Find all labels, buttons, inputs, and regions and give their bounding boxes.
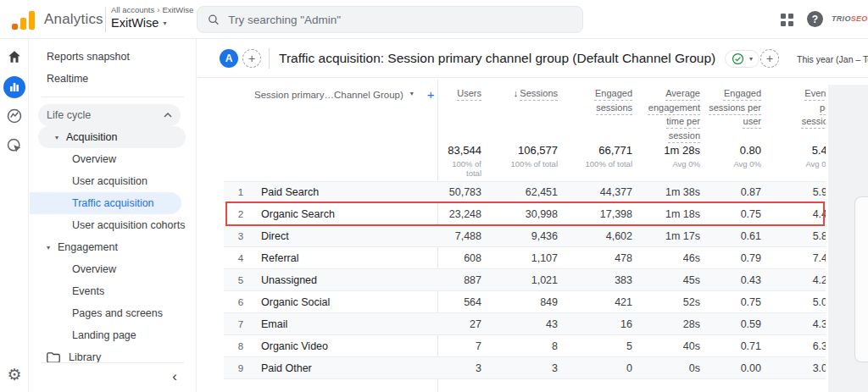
table-row: 3 Direct 7,488 9,436 4,602 1m 17s 0.61 5… — [224, 225, 826, 247]
table-row: 5 Unassigned 887 1,021 383 45s 0.43 4.22 — [224, 269, 826, 291]
trioseo-watermark: TRIOSEO — [832, 14, 868, 23]
check-circle-icon — [732, 52, 744, 65]
sidebar-item-acquisition-overview[interactable]: Overview — [30, 148, 196, 170]
sidebar-item-user-acquisition[interactable]: User acquisition — [30, 170, 196, 192]
audience-chip[interactable]: A — [220, 49, 238, 68]
account-switcher[interactable]: All accounts › ExitWise ExitWise ▾ — [111, 5, 193, 30]
sidebar-item-events[interactable]: Events — [30, 280, 196, 302]
table-totals-row: 83,544100% of total 106,577100% of total… — [224, 142, 826, 181]
column-header-engaged-sessions[interactable]: Engaged sessions — [564, 86, 638, 142]
add-comparison-button[interactable]: + — [242, 49, 261, 68]
total-engaged-sessions-per-user: 0.80 — [706, 144, 761, 157]
analytics-logo-icon[interactable] — [12, 9, 35, 30]
channel-name: Unassigned — [258, 274, 437, 286]
breadcrumb-root: All accounts — [111, 5, 154, 14]
breadcrumb-current: ExitWise — [162, 5, 193, 14]
column-header-avg-engagement-time[interactable]: Average engagement time per session — [638, 86, 706, 142]
explore-icon[interactable] — [0, 108, 29, 124]
row-index: 9 — [224, 363, 258, 373]
traffic-acquisition-table: Session primary…Channel Group) ▾ + Users… — [224, 80, 826, 392]
channel-name: Paid Other — [258, 362, 437, 374]
advertising-icon[interactable] — [0, 137, 29, 154]
channel-name: Email — [258, 318, 437, 330]
chevron-down-icon: ▾ — [749, 55, 753, 63]
column-header-engaged-sessions-per-user[interactable]: Engaged sessions per user — [706, 86, 767, 142]
admin-gear-icon[interactable]: ⚙ — [0, 365, 29, 384]
report-header: A + Traffic acquisition: Session primary… — [198, 39, 868, 78]
total-engaged-sessions: 66,771 — [564, 144, 632, 157]
total-avg-engagement-time: 1m 28s — [638, 144, 700, 157]
row-index: 3 — [224, 231, 258, 241]
sidebar-group-acquisition[interactable]: ▾ Acquisition — [38, 126, 186, 148]
divider — [105, 7, 106, 32]
apps-grid-icon[interactable] — [781, 14, 793, 26]
column-header-users[interactable]: Users — [437, 86, 487, 142]
nav-rail: ⚙ — [0, 39, 29, 392]
table-body: 1 Paid Search 50,783 62,451 44,377 1m 38… — [224, 181, 826, 379]
folder-icon — [47, 352, 60, 363]
divider — [269, 48, 270, 69]
date-range-selector[interactable]: This year (Jan – Tod — [797, 54, 868, 64]
report-content: Session primary…Channel Group) ▾ + Users… — [198, 78, 868, 392]
report-title: Traffic acquisition: Session primary cha… — [279, 51, 715, 66]
search-input[interactable] — [228, 14, 572, 26]
chevron-right-icon: › — [157, 5, 159, 14]
table-row: 4 Referral 608 1,107 478 46s 0.79 7.45 — [224, 247, 826, 269]
row-index: 1 — [224, 187, 258, 197]
table-row: 6 Organic Social 564 849 421 52s 0.75 5.… — [224, 291, 826, 313]
sidebar-item-landing-page[interactable]: Landing page — [30, 324, 196, 346]
row-index: 8 — [224, 341, 258, 351]
dimension-header[interactable]: Session primary…Channel Group) ▾ + — [224, 86, 437, 142]
channel-name: Paid Search — [258, 186, 437, 198]
search-bar[interactable] — [197, 6, 583, 33]
table-row: 1 Paid Search 50,783 62,451 44,377 1m 38… — [224, 181, 826, 203]
sidebar-group-engagement[interactable]: ▾ Engagement — [30, 236, 196, 258]
sort-descending-icon: ↓ — [514, 86, 519, 101]
channel-name: Organic Social — [258, 296, 437, 308]
arrow-down-icon: ▾ — [55, 134, 58, 141]
app-title: Analytics — [44, 11, 103, 28]
total-events-per-session: 5.47 — [767, 144, 826, 157]
table-row: 9 Paid Other 3 3 0 0s 0.00 3.00 — [224, 357, 826, 379]
insights-panel-edge[interactable] — [854, 196, 868, 362]
sidebar-section-life-cycle[interactable]: Life cycle — [38, 104, 181, 126]
chevron-down-icon: ▾ — [410, 90, 414, 97]
app-header: Analytics All accounts › ExitWise ExitWi… — [0, 0, 868, 39]
row-index: 5 — [224, 275, 258, 285]
report-status-chip[interactable]: ▾ — [725, 50, 760, 68]
sidebar-item-library[interactable]: Library — [30, 346, 196, 368]
reports-sidebar: Reports snapshot Realtime Life cycle ▾ A… — [30, 39, 197, 392]
row-index: 4 — [224, 253, 258, 263]
home-icon[interactable] — [0, 49, 29, 64]
channel-name: Direct — [258, 230, 437, 242]
divider — [42, 97, 184, 97]
divider — [42, 362, 184, 363]
sidebar-item-realtime[interactable]: Realtime — [30, 68, 196, 90]
table-header-row: Session primary…Channel Group) ▾ + Users… — [224, 80, 826, 142]
sidebar-item-engagement-overview[interactable]: Overview — [30, 258, 196, 280]
breadcrumb: All accounts › ExitWise — [111, 5, 193, 14]
sidebar-item-traffic-acquisition[interactable]: Traffic acquisition — [30, 192, 181, 214]
total-users: 83,544 — [437, 144, 481, 157]
row-index: 7 — [224, 319, 258, 329]
channel-name: Organic Search — [258, 208, 437, 220]
collapse-sidebar-icon[interactable]: ‹ — [172, 368, 177, 385]
chevron-down-icon: ▾ — [163, 19, 166, 27]
sidebar-item-reports-snapshot[interactable]: Reports snapshot — [30, 46, 196, 68]
channel-name: Referral — [258, 252, 437, 264]
arrow-down-icon: ▾ — [47, 244, 50, 251]
help-icon[interactable]: ? — [807, 11, 823, 27]
reports-icon[interactable] — [0, 76, 29, 98]
row-index: 2 — [224, 209, 258, 219]
table-row: 7 Email 27 43 16 28s 0.59 4.35 — [224, 313, 826, 335]
account-name: ExitWise — [111, 16, 159, 30]
chevron-up-icon — [164, 113, 172, 118]
add-dimension-icon[interactable]: + — [427, 90, 435, 100]
sidebar-item-pages-and-screens[interactable]: Pages and screens — [30, 302, 196, 324]
column-header-sessions[interactable]: ↓Sessions — [487, 86, 564, 142]
total-sessions: 106,577 — [487, 144, 558, 157]
table-row: 8 Organic Video 7 8 5 40s 0.71 6.38 — [224, 335, 826, 357]
sidebar-item-user-acquisition-cohorts[interactable]: User acquisition cohorts — [30, 214, 196, 236]
add-report-button[interactable]: + — [760, 49, 779, 68]
column-header-events-per-session[interactable]: Events per session — [767, 86, 826, 142]
